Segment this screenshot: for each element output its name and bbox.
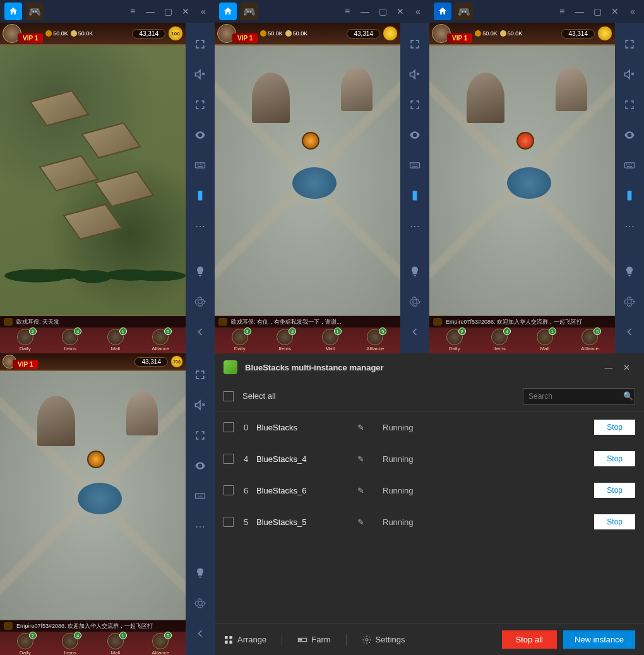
gold-coin[interactable] [597,26,612,41]
building-tower[interactable] [252,73,290,123]
bottom-daily[interactable]: Daily2 [11,329,39,353]
minimize-button[interactable]: — [356,3,374,20]
gear-icon[interactable] [621,293,638,310]
bottom-items[interactable]: Items4 [56,633,84,655]
fullscreen-icon[interactable] [621,35,638,53]
power-value[interactable]: 43,314 [347,29,380,38]
volume-mute-icon[interactable] [621,66,638,83]
build-plot[interactable] [39,155,98,191]
more-icon[interactable]: ⋯ [191,217,209,235]
build-plot[interactable] [94,171,154,207]
keyboard-icon[interactable] [621,156,638,174]
chat-line[interactable]: 欧戎耳俣: 天天发 [0,316,186,328]
eye-icon[interactable] [191,126,209,144]
phone-icon[interactable] [191,187,209,204]
close-button[interactable]: ✕ [391,3,409,20]
gold-coin[interactable] [383,26,398,41]
power-value[interactable]: 43,314 [134,357,168,367]
collapse-toolbar-icon[interactable]: « [194,3,212,20]
bottom-alliance[interactable]: Alliance5 [146,329,174,353]
close-button[interactable]: ✕ [606,3,624,20]
building-tower[interactable] [467,73,504,123]
bottom-daily[interactable]: Daily2 [441,329,468,353]
building-fountain[interactable] [292,167,337,199]
edit-icon[interactable]: ✎ [357,423,383,432]
shield-icon[interactable] [87,451,105,468]
bulb-icon[interactable] [621,263,638,280]
chat-line[interactable]: Empire07f53#2086: 欢迎加入华人交流群，一起飞区打 [429,316,615,328]
vip-badge[interactable]: VIP 1 [13,360,38,369]
bottom-daily[interactable]: Daily2 [11,633,39,655]
close-button[interactable]: ✕ [617,358,635,376]
back-icon[interactable] [406,323,424,341]
bottom-items[interactable]: Items4 [271,329,299,353]
edit-icon[interactable]: ✎ [357,486,383,495]
bottom-items[interactable]: Items4 [56,329,84,353]
tab-game[interactable]: 🎮 [26,3,44,20]
bottom-mail[interactable]: Mail1 [316,329,344,353]
hamburger-icon[interactable]: ≡ [338,3,356,20]
bottom-items[interactable]: Items4 [486,329,513,353]
power-value[interactable]: 43,314 [132,29,165,38]
resource-food[interactable]: 50.0K [260,30,283,37]
keyboard-icon[interactable] [191,156,209,174]
bulb-icon[interactable] [191,564,209,582]
tab-home[interactable] [434,3,451,20]
edit-icon[interactable]: ✎ [357,454,383,464]
bottom-alliance[interactable]: Alliance5 [146,633,174,655]
search-input[interactable] [528,392,623,401]
wifi-icon[interactable] [516,132,534,150]
close-button[interactable]: ✕ [177,3,194,20]
volume-mute-icon[interactable] [406,66,424,83]
bulb-icon[interactable] [191,263,209,280]
tab-game[interactable]: 🎮 [455,3,473,20]
stop-button[interactable]: Stop [594,451,635,466]
shield-icon[interactable] [302,132,319,150]
minimize-button[interactable]: — [141,3,159,20]
power-value[interactable]: 43,314 [561,29,595,38]
volume-mute-icon[interactable] [191,396,209,414]
eye-icon[interactable] [621,126,638,144]
bottom-mail[interactable]: Mail1 [102,633,129,655]
gold-coin[interactable]: 100 [168,26,183,41]
more-icon[interactable]: ⋯ [406,217,424,235]
building-tower[interactable] [341,67,373,111]
tab-home[interactable] [4,3,22,20]
keyboard-icon[interactable] [406,156,424,174]
row-checkbox[interactable] [224,422,234,432]
focus-icon[interactable] [191,427,209,444]
bottom-daily[interactable]: Daily2 [226,329,254,353]
building-fountain[interactable] [78,483,122,514]
hamburger-icon[interactable]: ≡ [124,3,141,20]
game-viewport[interactable]: VIP 1 50.0K 50.0K 43,314 100 欧戎耳俣: 天天发 [0,23,186,353]
vip-badge[interactable]: VIP 1 [447,33,472,43]
focus-icon[interactable] [406,96,424,114]
resource-food[interactable]: 50.0K [475,30,498,37]
select-all-label[interactable]: Select all [242,391,276,401]
tab-home[interactable] [219,3,237,20]
fullscreen-icon[interactable] [406,35,424,53]
game-viewport[interactable]: VIP 1 43,314 700 Skip Empire07f53#2086: … [0,353,186,655]
keyboard-icon[interactable] [191,487,209,505]
volume-mute-icon[interactable] [191,66,209,83]
build-plot[interactable] [29,90,89,126]
hamburger-icon[interactable]: ≡ [553,3,571,20]
minimize-button[interactable]: — [600,358,617,376]
back-icon[interactable] [621,323,638,341]
fullscreen-icon[interactable] [191,35,209,53]
bottom-alliance[interactable]: Alliance5 [361,329,389,353]
farm-button[interactable]: Farm [297,635,330,645]
building-tower[interactable] [126,391,158,435]
stop-button[interactable]: Stop [594,483,635,498]
phone-icon[interactable] [406,187,424,204]
vip-badge[interactable]: VIP 1 [232,33,258,43]
collapse-toolbar-icon[interactable]: « [624,3,641,20]
focus-icon[interactable] [621,96,638,114]
back-icon[interactable] [191,323,209,341]
maximize-button[interactable]: ▢ [159,3,177,20]
build-plot[interactable] [81,122,141,158]
bottom-alliance[interactable]: Alliance5 [576,329,604,353]
maximize-button[interactable]: ▢ [374,3,391,20]
phone-icon[interactable] [621,187,638,204]
more-icon[interactable]: ⋯ [191,517,209,535]
